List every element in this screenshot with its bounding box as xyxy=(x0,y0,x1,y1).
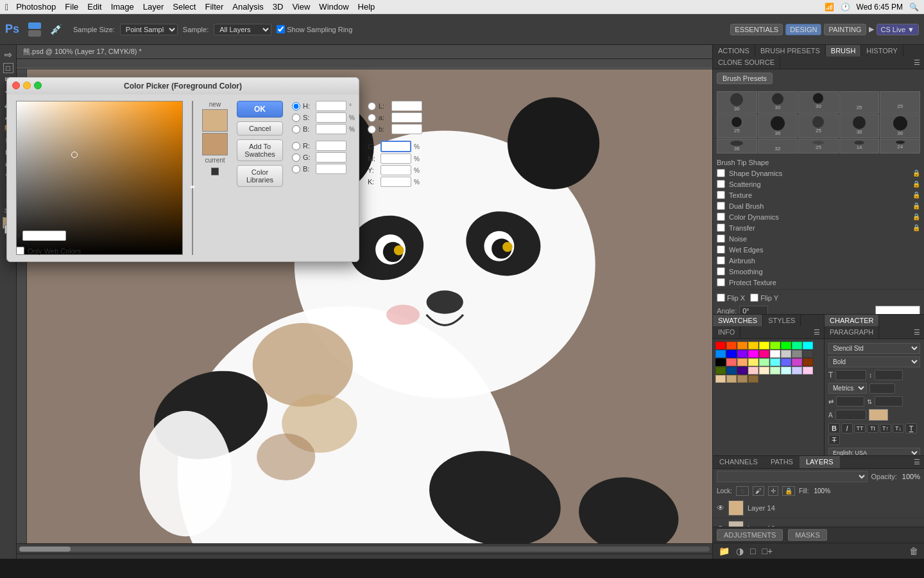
cp-b3-radio[interactable] xyxy=(292,165,300,173)
smoothing-cb[interactable] xyxy=(717,267,725,276)
only-web-colors-cb[interactable] xyxy=(16,247,24,255)
new-adjustment-btn[interactable]: ◑ xyxy=(734,546,746,556)
cp-a-radio[interactable] xyxy=(368,114,376,122)
tab-history[interactable]: HISTORY xyxy=(861,45,903,57)
protect-texture-cb[interactable] xyxy=(717,278,725,286)
adjustments-btn[interactable]: ADJUSTMENTS xyxy=(717,529,783,541)
font-size-input[interactable]: 24 pt xyxy=(835,370,866,380)
swatch-item-31[interactable] xyxy=(759,367,769,374)
tracking-select[interactable]: Metrics xyxy=(828,383,867,394)
swatch-item-11[interactable] xyxy=(737,350,748,358)
cp-cancel-button[interactable]: Cancel xyxy=(237,121,283,136)
close-btn[interactable] xyxy=(12,82,20,89)
swatch-item-3[interactable] xyxy=(748,342,758,349)
swatch-item-12[interactable] xyxy=(748,350,758,358)
sub-btn[interactable]: T↓ xyxy=(893,424,904,433)
brush-item[interactable]: 36 xyxy=(758,114,798,138)
airbrush-label[interactable]: Airbrush xyxy=(729,257,755,265)
tab-layers[interactable]: LAYERS xyxy=(800,456,840,468)
cp-new-swatch[interactable] xyxy=(202,109,228,132)
cp-y-input[interactable]: 43 xyxy=(381,165,411,175)
menu-3d[interactable]: 3D xyxy=(273,2,284,12)
cp-l-radio[interactable] xyxy=(368,102,376,110)
cp-hue-slider[interactable] xyxy=(192,101,193,255)
cp-c-input[interactable]: 3 xyxy=(381,141,411,152)
font-style-select[interactable]: Bold xyxy=(828,356,920,367)
menu-window[interactable]: Window xyxy=(319,2,348,12)
cp-b3-input[interactable]: 134 xyxy=(316,164,346,174)
swatch-item-38[interactable] xyxy=(737,375,748,383)
cp-hex-input[interactable]: d4b286 xyxy=(22,231,66,241)
tab-paths[interactable]: PATHS xyxy=(764,456,800,468)
cp-b-radio[interactable] xyxy=(292,125,300,134)
blend-mode-select[interactable]: Normal xyxy=(717,471,868,482)
canvas-scrollbar[interactable] xyxy=(17,543,712,554)
tab-actions[interactable]: ACTIONS xyxy=(713,45,755,57)
brush-item[interactable]: 14 xyxy=(839,139,880,153)
baseline-input[interactable]: 0 pt xyxy=(835,410,866,420)
cp-h-radio[interactable] xyxy=(292,102,300,110)
swatch-item-28[interactable] xyxy=(726,367,737,374)
texture-cb[interactable] xyxy=(717,191,725,199)
scale-v-input[interactable]: 100% xyxy=(875,396,903,407)
cp-g-radio[interactable] xyxy=(292,153,300,162)
lock-all-icon[interactable]: 🔒 xyxy=(782,486,795,496)
swatch-item-15[interactable] xyxy=(781,350,791,358)
swatch-item-26[interactable] xyxy=(803,358,813,366)
swatch-item-17[interactable] xyxy=(803,350,813,358)
dual-brush-label[interactable]: Dual Brush xyxy=(729,202,764,210)
brush-item[interactable]: 25 xyxy=(880,91,920,114)
swatch-item-21[interactable] xyxy=(748,358,758,366)
brush-item[interactable]: 25 xyxy=(717,114,757,138)
menu-file[interactable]: File xyxy=(65,2,78,12)
cp-small-color-icon[interactable] xyxy=(211,168,219,175)
layers-menu-icon[interactable]: ☰ xyxy=(910,456,924,468)
swatch-item-20[interactable] xyxy=(737,358,748,366)
menu-image[interactable]: Image xyxy=(111,2,134,12)
underline-btn[interactable]: T xyxy=(905,423,917,434)
sample-select[interactable]: All Layers xyxy=(214,24,271,35)
brush-item[interactable]: 25 xyxy=(798,114,839,138)
brush-presets-button[interactable]: Brush Presets xyxy=(717,73,773,84)
flip-x-cb[interactable] xyxy=(717,293,725,302)
scale-h-input[interactable]: 100% xyxy=(836,396,864,407)
cp-k-input[interactable]: 15 xyxy=(381,177,411,187)
brush-item[interactable]: 30 xyxy=(798,91,839,114)
texture-label[interactable]: Texture xyxy=(729,191,752,199)
brush-item[interactable]: 36 xyxy=(839,114,880,138)
font-family-select[interactable]: Stencil Std xyxy=(828,343,920,354)
lock-transparency-icon[interactable]: ◾ xyxy=(736,486,749,496)
cp-color-libraries-button[interactable]: Color Libraries xyxy=(237,165,283,187)
menu-layer[interactable]: Layer xyxy=(143,2,164,12)
menu-view[interactable]: View xyxy=(292,2,310,12)
brush-item[interactable]: 36 xyxy=(717,139,757,153)
wet-edges-cb[interactable] xyxy=(717,245,725,254)
menu-photoshop[interactable]: Photoshop xyxy=(16,2,56,12)
brush-item[interactable]: 25 xyxy=(839,91,880,114)
swatch-item-16[interactable] xyxy=(792,350,802,358)
tab-paragraph[interactable]: PARAGRAPH xyxy=(825,326,879,338)
cp-b2-radio[interactable] xyxy=(368,125,376,134)
tab-channels[interactable]: CHANNELS xyxy=(713,456,764,468)
swatch-item-2[interactable] xyxy=(737,342,748,349)
layer-item-14[interactable]: 👁 Layer 14 xyxy=(713,498,924,518)
tab-info[interactable]: INFO xyxy=(713,326,740,338)
show-ring-checkbox[interactable] xyxy=(277,25,285,33)
scattering-cb[interactable] xyxy=(717,180,725,188)
shape-dynamics-label[interactable]: Shape Dynamics xyxy=(729,170,782,177)
swatch-item-8[interactable] xyxy=(803,342,813,349)
swatch-item-7[interactable] xyxy=(792,342,802,349)
menu-select[interactable]: Select xyxy=(173,2,196,12)
small-caps-btn[interactable]: Tt xyxy=(867,424,878,433)
swatch-item-0[interactable] xyxy=(715,342,726,349)
scroll-thumb[interactable] xyxy=(19,547,71,552)
flip-y-cb[interactable] xyxy=(750,293,758,302)
swatch-item-35[interactable] xyxy=(803,367,813,374)
menu-analysis[interactable]: Analysis xyxy=(232,2,263,12)
caps-btn[interactable]: TT xyxy=(854,424,866,433)
brush-item[interactable]: 32 xyxy=(758,139,798,153)
menu-edit[interactable]: Edit xyxy=(87,2,101,12)
cp-r-radio[interactable] xyxy=(292,142,300,150)
protect-texture-label[interactable]: Protect Texture xyxy=(729,279,776,286)
kerning-input[interactable]: 0 xyxy=(869,383,895,394)
